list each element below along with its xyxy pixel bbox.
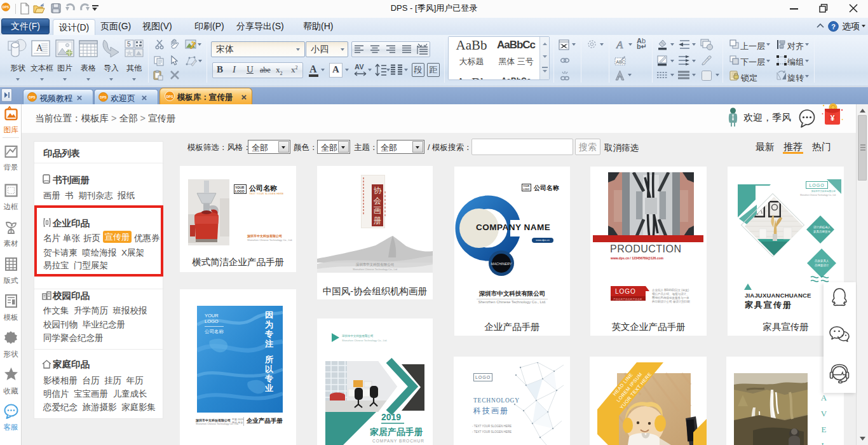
svg-text:家居产品手册: 家居产品手册: [370, 427, 423, 437]
svg-text:品牌新设计: 品牌新设计: [815, 263, 829, 267]
svg-text:产品名称产品名称产品名称: 产品名称产品名称产品名称: [613, 298, 642, 301]
svg-text:A: A: [616, 39, 623, 50]
svg-text:?: ?: [831, 23, 836, 31]
svg-text:DPS: DPS: [166, 95, 173, 99]
svg-text:¥: ¥: [831, 114, 835, 123]
svg-text:JIAJUXUANCHUANCE: JIAJUXUANCHUANCE: [745, 292, 811, 299]
svg-text:2019: 2019: [381, 412, 401, 422]
svg-text:MACHINERY: MACHINERY: [491, 262, 512, 266]
svg-text:DPS: DPS: [100, 95, 107, 99]
svg-text:ABC: ABC: [616, 60, 625, 64]
svg-text:品质家具人: 品质家具人: [815, 259, 829, 263]
svg-text:家具宣传册: 家具宣传册: [745, 300, 792, 310]
svg-text:DPS: DPS: [29, 95, 36, 99]
svg-text:5: 5: [127, 41, 131, 48]
svg-text:家具品牌宣传: 家具品牌宣传: [813, 230, 831, 233]
svg-text:设计师精选人: 设计师精选人: [813, 225, 831, 229]
svg-text:LOGO: LOGO: [615, 288, 636, 295]
svg-text:COMPANY BROCHURE: COMPANY BROCHURE: [372, 439, 424, 443]
